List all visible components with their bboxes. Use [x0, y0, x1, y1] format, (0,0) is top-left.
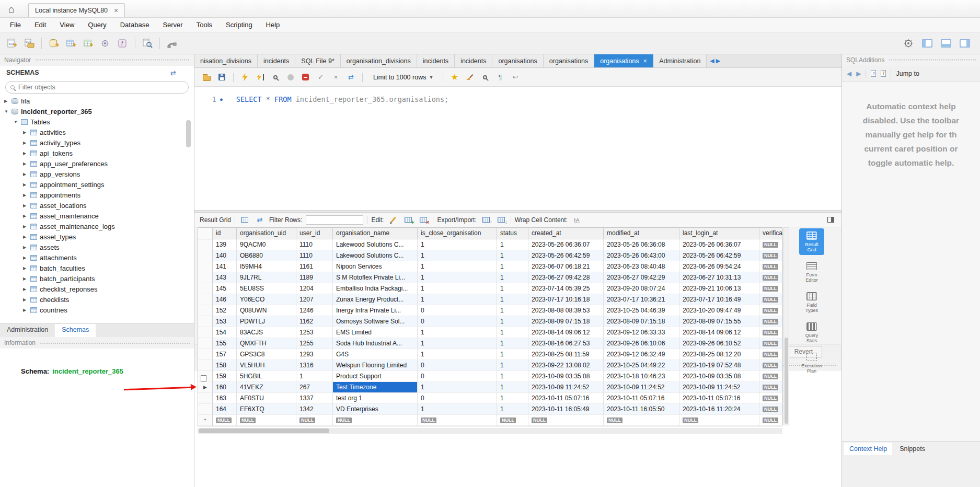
- execute-icon[interactable]: [238, 71, 252, 84]
- context-help-doc-icon[interactable]: [871, 70, 876, 77]
- expand-icon[interactable]: ▶: [23, 203, 29, 208]
- grid-cell[interactable]: 5HGBIL: [237, 371, 296, 382]
- grid-cell[interactable]: NULL: [759, 305, 783, 316]
- grid-cell[interactable]: 1: [497, 283, 528, 294]
- table-row[interactable]: 153PDWTLJ1162Osmosys Software Sol...0120…: [198, 316, 782, 327]
- grid-cell[interactable]: 2023-10-09 03:35:08: [679, 371, 759, 382]
- grid-cell[interactable]: 1: [418, 338, 497, 349]
- open-script-icon[interactable]: [200, 71, 214, 84]
- grid-cell[interactable]: 83ACJS: [237, 327, 296, 338]
- grid-cell[interactable]: 2023-10-11 05:07:16: [604, 393, 679, 404]
- table-row[interactable]: 1439JL7RL1189S M Rotoflex Private Li...1…: [198, 272, 782, 283]
- grid-cell[interactable]: Emballiso India Packagi...: [333, 283, 418, 294]
- grid-cell[interactable]: 1: [497, 305, 528, 316]
- commit-icon[interactable]: ✓: [314, 71, 328, 84]
- tree-item-checklist-reponses[interactable]: ▶checklist_reponses: [0, 284, 194, 294]
- tree-item-asset-maintenance-logs[interactable]: ▶asset_maintenance_logs: [0, 221, 194, 231]
- tree-item-checklists[interactable]: ▶checklists: [0, 294, 194, 305]
- table-row[interactable]: 15483ACJS1253EMS Limited112023-08-14 09:…: [198, 327, 782, 338]
- grid-cell[interactable]: 2023-09-22 13:08:02: [528, 360, 604, 371]
- grid-cell[interactable]: 2023-07-17 10:36:21: [604, 294, 679, 305]
- export-icon[interactable]: [480, 214, 492, 226]
- jump-to-label[interactable]: Jump to: [896, 70, 919, 77]
- expand-icon[interactable]: ▶: [23, 256, 29, 260]
- grid-cell[interactable]: 1: [418, 239, 497, 250]
- grid-cell[interactable]: NULL: [237, 415, 296, 426]
- tree-item-attachments[interactable]: ▶attachments: [0, 252, 194, 263]
- tree-item-appointment-settings[interactable]: ▶appointment_settings: [0, 179, 194, 190]
- expand-icon[interactable]: ▶: [23, 245, 29, 250]
- grid-cell[interactable]: 2023-06-27 09:42:29: [604, 272, 679, 283]
- close-icon[interactable]: ×: [643, 57, 648, 65]
- grid-cell[interactable]: 2023-10-11 16:05:49: [528, 404, 604, 415]
- grid-cell[interactable]: 1: [418, 404, 497, 415]
- grid-cell[interactable]: 152: [213, 305, 237, 316]
- grid-cell[interactable]: VL5HUH: [237, 360, 296, 371]
- gear-icon[interactable]: [901, 36, 916, 51]
- sql-editor[interactable]: 1 ● SELECT * FROM incident_reporter_365.…: [194, 87, 841, 210]
- grid-cell[interactable]: 146: [213, 294, 237, 305]
- query-tab-organisation-divisions[interactable]: organisation_divisions: [341, 54, 417, 67]
- grid-cell[interactable]: 2023-10-11 05:07:16: [679, 393, 759, 404]
- create-procedure-icon[interactable]: [98, 36, 113, 51]
- menu-view[interactable]: View: [53, 21, 81, 29]
- grid-cell[interactable]: 1: [418, 250, 497, 261]
- filter-objects-input[interactable]: [18, 84, 183, 91]
- grid-cell[interactable]: AF0STU: [237, 393, 296, 404]
- create-table-icon[interactable]: [63, 36, 79, 51]
- expand-icon[interactable]: ▶: [23, 235, 29, 239]
- wrap-cell-content-icon[interactable]: ΙA: [571, 214, 583, 226]
- open-sql-script-icon[interactable]: SQL: [21, 36, 37, 51]
- grid-cell[interactable]: NULL: [759, 415, 783, 426]
- grid-cell[interactable]: 2023-10-09 03:35:08: [528, 371, 604, 382]
- grid-cell[interactable]: 2023-06-23 08:40:48: [604, 261, 679, 272]
- grid-cell[interactable]: Lakewood Solutions C...: [333, 239, 418, 250]
- column-header-organisation-uid[interactable]: organisation_uid: [237, 228, 296, 239]
- grid-cell[interactable]: 1246: [296, 305, 333, 316]
- grid-cell[interactable]: 1: [497, 327, 528, 338]
- help-forward-icon[interactable]: ▶: [856, 70, 861, 77]
- grid-cell[interactable]: NULL: [679, 415, 759, 426]
- delete-row-icon[interactable]: [418, 214, 429, 226]
- grid-cell[interactable]: 2023-10-19 07:52:48: [679, 360, 759, 371]
- grid-cell[interactable]: QMXFTH: [237, 338, 296, 349]
- grid-cell[interactable]: 141: [213, 261, 237, 272]
- grid-cell[interactable]: 2023-10-16 11:20:24: [679, 404, 759, 415]
- grid-cell[interactable]: NULL: [759, 283, 783, 294]
- create-function-icon[interactable]: f: [115, 36, 131, 51]
- grid-cell[interactable]: NULL: [759, 272, 783, 283]
- grid-cell[interactable]: G4S: [333, 349, 418, 360]
- menu-server[interactable]: Server: [156, 21, 189, 29]
- grid-cell[interactable]: NULL: [497, 415, 528, 426]
- grid-cell[interactable]: 1: [497, 250, 528, 261]
- grid-cell[interactable]: NULL: [759, 404, 783, 415]
- grid-cell[interactable]: Welspun Flooring Limited: [333, 360, 418, 371]
- grid-cell[interactable]: 154: [213, 327, 237, 338]
- column-header-status[interactable]: status: [497, 228, 528, 239]
- tree-item-asset-maintenance[interactable]: ▶asset_maintenance: [0, 211, 194, 221]
- grid-cell[interactable]: NULL: [759, 338, 783, 349]
- tree-item-appointments[interactable]: ▶appointments: [0, 190, 194, 200]
- grid-cell[interactable]: 2023-05-26 06:36:07: [679, 239, 759, 250]
- grid-cell[interactable]: 2023-06-26 09:54:24: [679, 261, 759, 272]
- panel-toggle-icon[interactable]: [825, 214, 836, 226]
- grid-cell[interactable]: S M Rotoflex Private Li...: [333, 272, 418, 283]
- home-icon[interactable]: ⌂: [8, 3, 15, 15]
- grid-cell[interactable]: 2023-09-12 06:32:49: [604, 349, 679, 360]
- grid-cell[interactable]: 1: [497, 382, 528, 393]
- grid-cell[interactable]: 2023-09-26 06:10:52: [679, 338, 759, 349]
- grid-cell[interactable]: 1: [497, 404, 528, 415]
- grid-cell[interactable]: Zunax Energy Product...: [333, 294, 418, 305]
- grid-cell[interactable]: NULL: [759, 393, 783, 404]
- grid-cell[interactable]: 2023-08-09 07:15:55: [679, 316, 759, 327]
- grid-cell[interactable]: 2023-06-07 06:18:21: [528, 261, 604, 272]
- sidebar-tab-schemas[interactable]: Schemas: [55, 324, 96, 337]
- expand-icon[interactable]: ▶: [23, 276, 29, 281]
- query-tab-administration[interactable]: Administration: [653, 54, 707, 67]
- expand-icon[interactable]: ▶: [23, 151, 29, 156]
- tree-item-fifa[interactable]: ▶fifa: [0, 96, 194, 106]
- toggle-secondary-sidebar-icon[interactable]: [957, 36, 973, 51]
- grid-cell[interactable]: Product Support: [333, 371, 418, 382]
- grid-cell[interactable]: 1: [497, 239, 528, 250]
- grid-cell[interactable]: 2023-05-26 06:42:59: [679, 250, 759, 261]
